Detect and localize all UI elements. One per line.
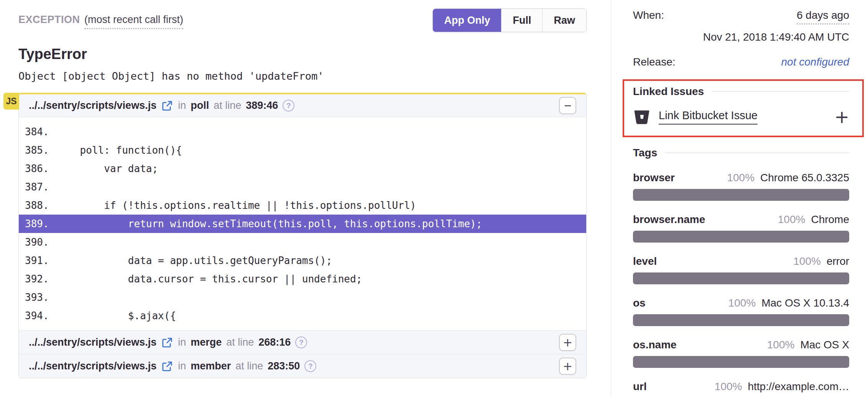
expand-frame-button[interactable]: + [559,358,576,375]
external-link-icon[interactable] [162,361,173,372]
line-text: return window.setTimeout(this.poll, this… [56,215,482,233]
platform-js-badge: JS [3,93,19,110]
exception-title: EXCEPTION [18,14,80,25]
line-text: if (!this.options.realtime || !this.opti… [56,196,416,215]
tag-value[interactable]: Chrome 65.0.3325 [760,172,849,184]
tag-value[interactable]: Chrome [811,213,849,226]
frame-line-col: 268:16 [258,336,291,348]
tag-value[interactable]: Mac OS X [800,339,849,351]
line-text: poll: function(){ [56,141,182,159]
add-linked-issue-button[interactable]: + [834,108,849,126]
tags-heading: Tags [633,147,849,159]
error-message: Object [object Object] has no method 'up… [18,70,587,82]
line-number: 393. [19,288,56,307]
tag-distribution-bar[interactable] [633,314,849,326]
code-line: 390. [19,233,586,251]
linked-issues-heading: Linked Issues [633,85,849,98]
frame-header-merge[interactable]: ../../sentry/scripts/views.js in merge a… [19,330,586,354]
code-line: 393. [19,288,586,307]
tag-percent: 100% [715,381,742,393]
stacktrace-frames: JS ../../sentry/scripts/views.js in poll… [18,93,587,378]
tag-distribution-bar[interactable] [633,231,849,243]
tag-value[interactable]: http://example.com… [748,381,849,393]
line-number: 392. [19,270,56,288]
code-line: 388. if (!this.options.realtime || !this… [19,196,586,215]
help-icon[interactable]: ? [295,336,307,348]
error-type: TypeError [18,46,587,62]
line-text: var data; [56,159,158,178]
tag-os: os100%Mac OS X 10.13.4 [633,297,849,326]
tag-percent: 100% [778,213,806,226]
bitbucket-icon [633,108,651,126]
in-label: in [178,100,186,112]
event-timestamp: Nov 21, 2018 1:49:40 AM UTC [633,31,849,43]
in-label: in [178,360,186,372]
app-only-button[interactable]: App Only [433,9,501,32]
tag-key[interactable]: url [633,381,647,393]
frame-path: ../../sentry/scripts/views.js [29,100,156,112]
expand-frame-button[interactable]: + [559,334,576,351]
tag-key[interactable]: browser.name [633,213,705,226]
frame-function: merge [191,336,222,348]
tag-percent: 100% [793,255,821,267]
tag-os-name: os.name100%Mac OS X [633,339,849,368]
frame-path: ../../sentry/scripts/views.js [29,336,156,348]
tag-distribution-bar[interactable] [633,356,849,368]
code-line: 385. poll: function(){ [19,141,586,159]
link-bitbucket-issue-link[interactable]: Link Bitbucket Issue [659,109,758,125]
tag-distribution-bar[interactable] [633,272,849,284]
at-line-label: at line [235,360,263,372]
frame-header-poll[interactable]: ../../sentry/scripts/views.js in poll at… [19,94,586,117]
line-number: 390. [19,233,56,251]
frame-header-member[interactable]: ../../sentry/scripts/views.js in member … [19,354,586,378]
frame-line-col: 283:50 [268,360,300,372]
frame-path: ../../sentry/scripts/views.js [29,360,156,372]
line-number: 385. [19,141,56,159]
when-row: When: 6 days ago [633,9,849,25]
release-row: Release: not configured [633,56,849,68]
exception-order-hint[interactable]: (most recent call first) [84,14,183,29]
code-line: 386. var data; [19,159,586,178]
line-number: 391. [19,251,56,270]
external-link-icon[interactable] [162,100,173,111]
release-label: Release: [633,56,676,68]
exception-title-group: EXCEPTION (most recent call first) [18,8,183,26]
tag-value[interactable]: error [827,255,849,267]
tag-percent: 100% [767,339,795,351]
collapse-frame-button[interactable] [559,97,576,114]
linked-issues-annotation-box: Linked Issues Link Bitbucket Issue + [623,79,864,137]
source-code-context: 384. 385. poll: function(){ 386. var dat… [19,117,586,330]
help-icon[interactable]: ? [283,100,294,112]
at-line-label: at line [214,100,241,112]
when-relative-time[interactable]: 6 days ago [797,9,849,25]
tag-value[interactable]: Mac OS X 10.13.4 [761,297,849,309]
line-text: $.ajax({ [56,307,176,325]
tag-browser: browser100%Chrome 65.0.3325 [633,172,849,201]
tag-key[interactable]: os.name [633,339,677,351]
link-bitbucket-issue-row[interactable]: Link Bitbucket Issue + [633,108,849,126]
line-number: 384. [19,123,56,141]
tag-key[interactable]: os [633,297,646,309]
tag-distribution-bar[interactable] [633,189,849,201]
raw-button[interactable]: Raw [542,9,586,32]
line-number: 386. [19,159,56,178]
help-icon[interactable]: ? [304,360,316,372]
code-line: 392. data.cursor = this.cursor || undefi… [19,270,586,288]
line-number: 388. [19,196,56,215]
in-label: in [178,336,186,348]
tags-title: Tags [633,147,657,159]
event-details-sidebar: When: 6 days ago Nov 21, 2018 1:49:40 AM… [611,0,868,397]
tag-key[interactable]: browser [633,172,675,184]
line-number: 394. [19,307,56,325]
full-button[interactable]: Full [501,9,542,32]
tag-browser-name: browser.name100%Chrome [633,213,849,243]
external-link-icon[interactable] [162,337,173,348]
tag-level: level100%error [633,255,849,284]
crashed-code-line: 389. return window.setTimeout(this.poll,… [19,215,586,233]
code-line: 391. data = app.utils.getQueryParams(); [19,251,586,270]
code-line: 384. [19,123,586,141]
release-not-configured-link[interactable]: not configured [781,56,849,68]
line-number: 389. [19,215,56,233]
code-line: 394. $.ajax({ [19,307,586,325]
tag-key[interactable]: level [633,255,657,267]
